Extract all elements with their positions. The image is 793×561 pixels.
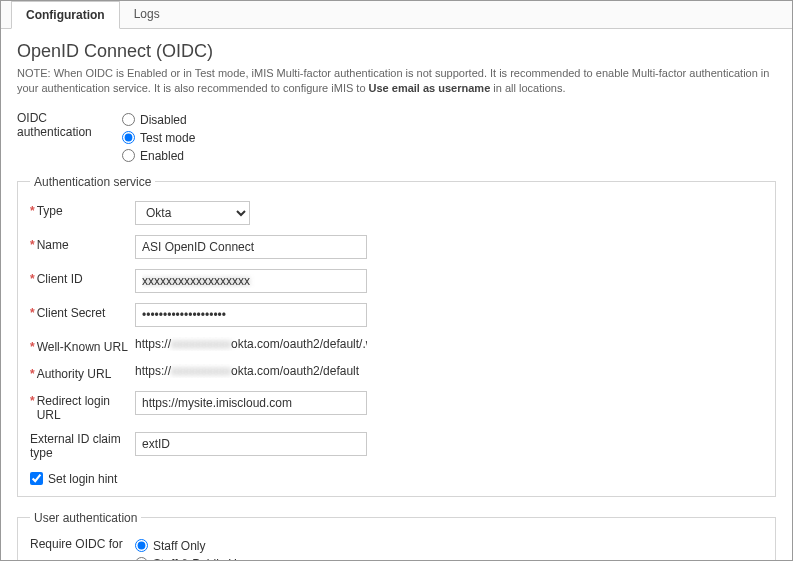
oidc-auth-label: OIDC authentication [17, 111, 122, 139]
redirect-input[interactable] [135, 391, 367, 415]
radio-staff-only[interactable]: Staff Only [135, 537, 763, 555]
loginhint-checkbox[interactable] [30, 472, 43, 485]
tab-configuration[interactable]: Configuration [11, 1, 120, 29]
group-user-auth-legend: User authentication [30, 511, 141, 525]
radio-staff-public-input[interactable] [135, 557, 148, 561]
tab-logs[interactable]: Logs [120, 1, 174, 28]
radio-testmode[interactable]: Test mode [122, 129, 776, 147]
type-select[interactable]: Okta [135, 201, 250, 225]
group-user-auth: User authentication Require OIDC for Sta… [17, 511, 776, 561]
tab-bar: Configuration Logs [1, 1, 792, 29]
radio-staff-only-input[interactable] [135, 539, 148, 552]
group-auth-service-legend: Authentication service [30, 175, 155, 189]
name-label: *Name [30, 235, 135, 252]
note-text: NOTE: When OIDC is Enabled or in Test mo… [17, 66, 776, 97]
redirect-label: *Redirect login URL [30, 391, 135, 422]
loginhint-check[interactable]: Set login hint [30, 470, 763, 488]
radio-testmode-input[interactable] [122, 131, 135, 144]
name-input[interactable] [135, 235, 367, 259]
radio-disabled[interactable]: Disabled [122, 111, 776, 129]
authority-label: *Authority URL [30, 364, 135, 381]
radio-enabled[interactable]: Enabled [122, 147, 776, 165]
radio-enabled-input[interactable] [122, 149, 135, 162]
group-auth-service: Authentication service *Type Okta *Name … [17, 175, 776, 497]
type-label: *Type [30, 201, 135, 218]
require-label: Require OIDC for [30, 537, 135, 551]
clientsecret-label: *Client Secret [30, 303, 135, 320]
clientid-input[interactable] [135, 269, 367, 293]
clientsecret-input[interactable] [135, 303, 367, 327]
clientid-label: *Client ID [30, 269, 135, 286]
radio-disabled-input[interactable] [122, 113, 135, 126]
radio-staff-public[interactable]: Staff & Public Users [135, 555, 763, 561]
extid-label: External ID claim type [30, 432, 135, 460]
extid-input[interactable] [135, 432, 367, 456]
page-title: OpenID Connect (OIDC) [17, 41, 776, 62]
wellknown-input[interactable]: https://xxxxxxxxxxokta.com/oauth2/defaul… [135, 337, 367, 351]
authority-input[interactable]: https://xxxxxxxxxxokta.com/oauth2/defaul… [135, 364, 367, 378]
wellknown-label: *Well-Known URL [30, 337, 135, 354]
